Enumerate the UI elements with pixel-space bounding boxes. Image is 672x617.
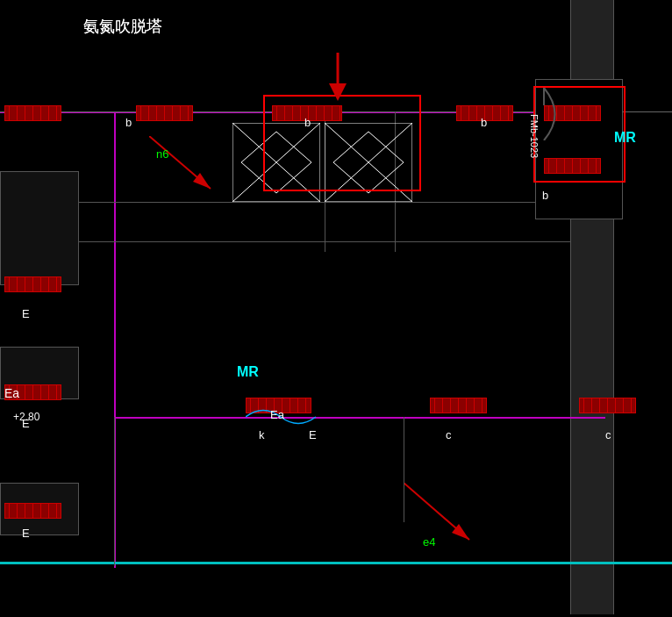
left-panel — [0, 171, 79, 285]
label-b-right: b — [542, 189, 548, 202]
label-b-top-right: b — [481, 116, 487, 129]
dotted-strip-left-3 — [4, 503, 61, 519]
dotted-strip-top-left — [4, 105, 61, 121]
label-FMb: FMb-1023 — [529, 114, 540, 158]
red-box-transformer — [263, 95, 421, 191]
label-b-top-left: b — [125, 116, 132, 129]
label-b-top-center: b — [304, 116, 311, 129]
label-c-1: c — [446, 428, 452, 441]
dotted-strip-left-1 — [4, 276, 61, 292]
label-Ea-center: Ea — [270, 408, 284, 421]
arrow-down-red — [325, 53, 351, 101]
label-MR-main: MR — [237, 364, 259, 380]
label-E-top: E — [22, 307, 30, 320]
mid-magenta-ext — [114, 417, 605, 419]
label-MR-right: MR — [614, 130, 636, 146]
dotted-strip-mid-3 — [579, 398, 636, 413]
dotted-strip-top-center-left — [136, 105, 193, 121]
arrow-diag-n6 — [149, 136, 219, 197]
label-n6: n6 — [156, 147, 168, 161]
label-E-bottom: E — [22, 527, 30, 540]
bottom-cyan-line — [0, 562, 672, 564]
label-Ea-left: Ea — [4, 386, 19, 400]
connector-k — [246, 404, 333, 430]
label-plus280: +2.80 — [13, 411, 39, 423]
label-c-2: c — [605, 428, 611, 441]
dotted-strip-mid-2 — [430, 398, 487, 413]
arrow-diag-e4 — [404, 483, 483, 553]
svg-marker-9 — [329, 83, 347, 101]
v-line-mid-1 — [404, 417, 404, 522]
label-E-k: E — [309, 428, 317, 441]
label-e4: e4 — [423, 535, 435, 549]
label-k: k — [259, 428, 265, 441]
v-line-left-mid — [114, 417, 115, 566]
red-box-right — [533, 86, 626, 183]
title-label: 氨氮吹脱塔 — [83, 16, 162, 37]
h-conn-center — [325, 202, 395, 203]
